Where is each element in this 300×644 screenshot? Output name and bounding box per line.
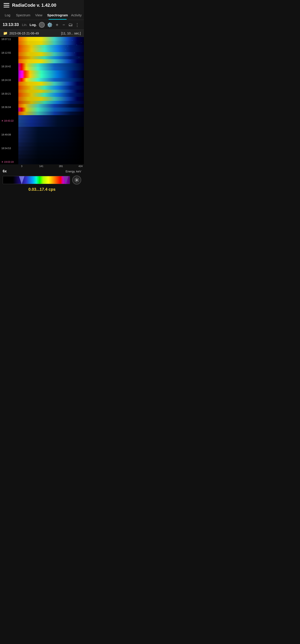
app-title: RadiaCode v. 1.42.00 <box>12 3 56 8</box>
time-label-9: ✕ 19:03:19 <box>1 160 17 164</box>
svg-rect-29 <box>18 146 84 150</box>
filename: 2023-06-15 21-06-49 <box>10 32 39 35</box>
cps-row: 0.03...17.4 cps <box>0 185 84 194</box>
time-label-3: 18:24:33 <box>1 79 17 82</box>
svg-rect-6 <box>18 59 84 63</box>
svg-rect-28 <box>18 142 84 146</box>
energy-label: Energy, keV <box>66 170 81 173</box>
x-label-0: 3 <box>18 165 25 168</box>
svg-rect-0 <box>18 37 84 41</box>
time-label-6: ✕ 18:43:22 <box>1 120 17 122</box>
svg-rect-9 <box>18 70 84 74</box>
svg-line-49 <box>78 178 78 179</box>
svg-rect-14 <box>18 90 84 93</box>
svg-rect-21 <box>18 115 84 119</box>
nav-tabs: Log Spectrum View Spectrogram Activity <box>0 10 84 20</box>
spectrogram-svg <box>18 37 84 164</box>
header: RadiaCode v. 1.42.00 <box>0 0 84 10</box>
x-label-2: 281 <box>58 165 64 168</box>
svg-rect-34 <box>68 46 68 46</box>
svg-rect-1 <box>18 41 84 45</box>
svg-rect-5 <box>18 56 84 59</box>
menu-button[interactable] <box>4 3 10 8</box>
x-label-3: 424 <box>77 165 84 168</box>
svg-rect-16 <box>18 97 84 101</box>
zoom-level: 6x <box>3 169 7 173</box>
file-info: [11, 10... sec.] <box>61 32 81 35</box>
x-axis: 3 141 281 424 <box>0 164 84 168</box>
svg-rect-22 <box>18 119 84 123</box>
time-axis: 18:07:11 18:12:55 18:18:42 18:24:33 18:3… <box>0 37 18 164</box>
file-bar: 📁 2023-06-15 21-06-49 [11, 10... sec.] <box>0 30 84 37</box>
svg-rect-30 <box>18 150 84 154</box>
svg-line-47 <box>75 178 76 179</box>
svg-rect-13 <box>18 86 84 90</box>
svg-rect-31 <box>18 154 84 158</box>
spectrogram-container[interactable]: 18:07:11 18:12:55 18:18:42 18:24:33 18:3… <box>0 37 84 164</box>
color-scale-row: A <box>0 175 84 185</box>
svg-text:A: A <box>76 179 77 181</box>
svg-rect-41 <box>70 60 70 61</box>
scale-marker-right[interactable] <box>63 176 69 184</box>
cps-range: 0.03...17.4 cps <box>29 187 56 192</box>
time-label-1: 18:12:55 <box>1 52 17 54</box>
tab-log[interactable]: Log <box>0 10 15 20</box>
svg-rect-23 <box>18 123 84 127</box>
scale-marker-left[interactable] <box>19 176 24 184</box>
current-time: 13:13:33 <box>3 22 19 27</box>
svg-rect-35 <box>72 40 73 41</box>
svg-rect-11 <box>18 78 84 82</box>
svg-rect-36 <box>77 45 77 45</box>
svg-rect-15 <box>18 93 84 97</box>
x-label-1: 141 <box>38 165 45 168</box>
more-options-icon[interactable]: ⋮ <box>75 22 79 28</box>
svg-rect-18 <box>18 104 84 108</box>
time-label-7: 18:49:08 <box>1 133 17 136</box>
color-scale-bar <box>3 176 70 184</box>
svg-line-48 <box>78 181 78 182</box>
folder-icon[interactable]: 🗂 <box>68 22 73 27</box>
file-icon: 📁 <box>3 31 8 35</box>
zoom-out-icon[interactable]: － <box>62 22 66 28</box>
settings-icon[interactable]: ⚙️ <box>47 22 53 28</box>
time-label-8: 18:54:53 <box>1 147 17 150</box>
svg-rect-25 <box>18 131 84 134</box>
svg-rect-2 <box>18 45 84 48</box>
svg-rect-24 <box>18 127 84 131</box>
svg-rect-8 <box>18 67 84 70</box>
time-label-4: 18:30:21 <box>1 92 17 95</box>
svg-rect-27 <box>18 138 84 142</box>
svg-rect-12 <box>18 82 84 86</box>
svg-rect-33 <box>63 41 64 42</box>
tab-activity[interactable]: Activity <box>69 10 84 20</box>
time-label-5: 18:36:04 <box>1 106 17 108</box>
tab-view[interactable]: View <box>31 10 46 20</box>
svg-rect-17 <box>18 101 84 104</box>
lin-button[interactable]: Lin. <box>22 23 27 26</box>
time-label-2: 18:18:42 <box>1 65 17 68</box>
toolbar: 13:13:33 Lin. Log. ⚙️ ＋ － 🗂 ⋮ <box>0 20 84 30</box>
svg-rect-37 <box>81 42 81 43</box>
zoom-in-icon[interactable]: ＋ <box>55 22 59 28</box>
bottom-bar: 6x Energy, keV <box>0 168 84 175</box>
svg-rect-7 <box>18 63 84 67</box>
svg-rect-19 <box>18 108 84 112</box>
svg-line-50 <box>75 181 76 182</box>
svg-rect-39 <box>74 52 75 53</box>
svg-rect-32 <box>18 158 84 164</box>
log-button[interactable]: Log. <box>30 23 37 26</box>
svg-rect-40 <box>79 57 79 58</box>
svg-rect-20 <box>18 112 84 115</box>
svg-rect-4 <box>18 52 84 56</box>
tab-spectrogram[interactable]: Spectrogram <box>46 10 69 20</box>
auto-brightness-button[interactable]: A <box>72 176 81 184</box>
svg-rect-38 <box>65 49 66 50</box>
time-label-0: 18:07:11 <box>1 38 17 40</box>
svg-rect-10 <box>18 74 84 78</box>
svg-rect-3 <box>18 48 84 52</box>
svg-rect-26 <box>18 134 84 138</box>
brightness-icon: A <box>74 178 79 182</box>
tab-spectrum[interactable]: Spectrum <box>15 10 31 20</box>
palette-button[interactable] <box>39 22 45 28</box>
